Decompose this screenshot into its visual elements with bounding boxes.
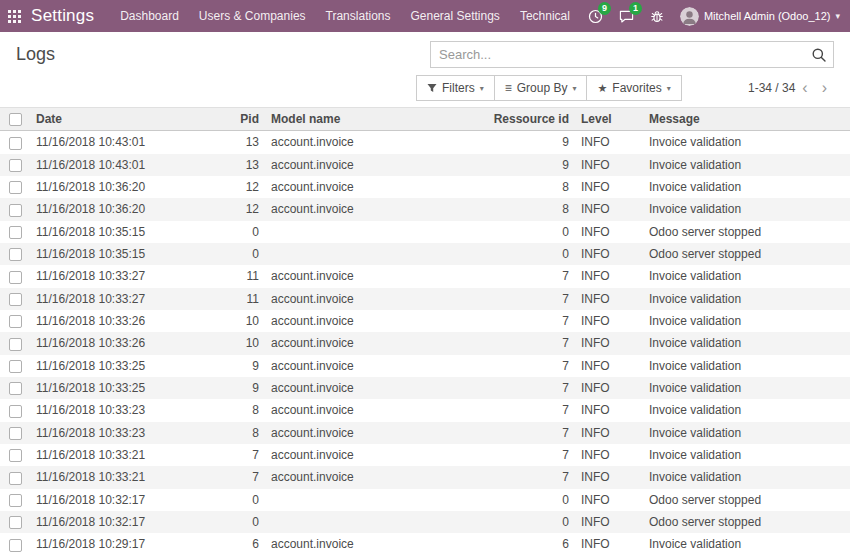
cell-level: INFO: [575, 511, 643, 533]
menu-item-users-companies[interactable]: Users & Companies: [189, 0, 316, 32]
pager-previous-button[interactable]: ‹: [795, 80, 814, 96]
table-row[interactable]: 11/16/2018 10:36:2012account.invoice8INF…: [0, 198, 850, 220]
row-checkbox[interactable]: [9, 181, 22, 194]
cell-message: Invoice validation: [643, 422, 850, 444]
messages-button[interactable]: 1: [611, 0, 642, 32]
cell-message: Invoice validation: [643, 154, 850, 176]
page-title: Logs: [16, 44, 55, 65]
table-row[interactable]: 11/16/2018 10:33:2711account.invoice7INF…: [0, 265, 850, 287]
menu-item-translations[interactable]: Translations: [316, 0, 401, 32]
pager-next-button[interactable]: ›: [815, 80, 834, 96]
cell-date: 11/16/2018 10:33:25: [30, 377, 230, 399]
row-checkbox[interactable]: [9, 137, 22, 150]
menu-item-technical[interactable]: Technical: [510, 0, 580, 32]
cell-message: Invoice validation: [643, 533, 850, 553]
filter-icon: [427, 83, 437, 93]
table-row[interactable]: 11/16/2018 10:33:259account.invoice7INFO…: [0, 355, 850, 377]
table-row[interactable]: 11/16/2018 10:33:238account.invoice7INFO…: [0, 399, 850, 421]
cell-message: Invoice validation: [643, 377, 850, 399]
systray: 9 1: [580, 0, 844, 32]
search-input[interactable]: [430, 41, 834, 68]
cell-message: Invoice validation: [643, 399, 850, 421]
row-checkbox[interactable]: [9, 159, 22, 172]
group-by-button[interactable]: ≡ Group By ▾: [494, 75, 588, 101]
bug-icon: [650, 9, 664, 24]
cell-pid: 8: [230, 399, 265, 421]
cell-level: INFO: [575, 533, 643, 553]
debug-mode-button[interactable]: [642, 0, 672, 32]
row-checkbox[interactable]: [9, 449, 22, 462]
row-checkbox[interactable]: [9, 516, 22, 529]
apps-menu-button[interactable]: [0, 0, 29, 32]
menu-item-dashboard[interactable]: Dashboard: [110, 0, 189, 32]
row-checkbox[interactable]: [9, 271, 22, 284]
cell-date: 11/16/2018 10:43:01: [30, 154, 230, 176]
row-select-cell: [0, 466, 30, 488]
column-header-date[interactable]: Date: [30, 108, 230, 131]
activities-button[interactable]: 9: [580, 0, 611, 32]
row-checkbox[interactable]: [9, 427, 22, 440]
table-row[interactable]: 11/16/2018 10:33:217account.invoice7INFO…: [0, 466, 850, 488]
row-checkbox[interactable]: [9, 293, 22, 306]
table-header-row: DatePidModel nameRessource idLevelMessag…: [0, 108, 850, 131]
cell-model_name: account.invoice: [265, 198, 435, 220]
table-row[interactable]: 11/16/2018 10:35:1500INFOOdoo server sto…: [0, 221, 850, 243]
row-checkbox[interactable]: [9, 494, 22, 507]
table-row[interactable]: 11/16/2018 10:32:1700INFOOdoo server sto…: [0, 511, 850, 533]
cell-model_name: account.invoice: [265, 310, 435, 332]
row-checkbox[interactable]: [9, 226, 22, 239]
table-row[interactable]: 11/16/2018 10:32:1700INFOOdoo server sto…: [0, 489, 850, 511]
column-header-resource_id[interactable]: Ressource id: [435, 108, 575, 131]
row-checkbox[interactable]: [9, 315, 22, 328]
favorites-button[interactable]: ★ Favorites ▾: [586, 75, 681, 101]
cell-model_name: account.invoice: [265, 533, 435, 553]
cell-model_name: account.invoice: [265, 288, 435, 310]
cell-message: Invoice validation: [643, 176, 850, 198]
user-menu[interactable]: Mitchell Admin (Odoo_12) ▾: [672, 7, 844, 26]
cell-model_name: account.invoice: [265, 399, 435, 421]
filters-button[interactable]: Filters ▾: [416, 75, 495, 101]
apps-grid-icon: [8, 10, 21, 23]
cell-pid: 0: [230, 511, 265, 533]
row-checkbox[interactable]: [9, 382, 22, 395]
cell-date: 11/16/2018 10:33:27: [30, 265, 230, 287]
table-row[interactable]: 11/16/2018 10:36:2012account.invoice8INF…: [0, 176, 850, 198]
row-checkbox[interactable]: [9, 338, 22, 351]
cell-date: 11/16/2018 10:32:17: [30, 489, 230, 511]
column-header-pid[interactable]: Pid: [230, 108, 265, 131]
table-row[interactable]: 11/16/2018 10:33:2610account.invoice7INF…: [0, 332, 850, 354]
row-checkbox[interactable]: [9, 204, 22, 217]
table-row[interactable]: 11/16/2018 10:43:0113account.invoice9INF…: [0, 131, 850, 154]
row-checkbox[interactable]: [9, 360, 22, 373]
cell-message: Odoo server stopped: [643, 221, 850, 243]
select-all-header-cell: [0, 108, 30, 131]
app-title[interactable]: Settings: [31, 6, 94, 26]
cell-model_name: account.invoice: [265, 444, 435, 466]
cell-model_name: [265, 243, 435, 265]
table-row[interactable]: 11/16/2018 10:33:238account.invoice7INFO…: [0, 422, 850, 444]
cell-date: 11/16/2018 10:29:17: [30, 533, 230, 553]
column-header-message[interactable]: Message: [643, 108, 850, 131]
table-row[interactable]: 11/16/2018 10:29:176account.invoice6INFO…: [0, 533, 850, 553]
row-select-cell: [0, 489, 30, 511]
row-checkbox[interactable]: [9, 539, 22, 552]
cell-level: INFO: [575, 466, 643, 488]
row-checkbox[interactable]: [9, 405, 22, 418]
table-row[interactable]: 11/16/2018 10:33:217account.invoice7INFO…: [0, 444, 850, 466]
table-row[interactable]: 11/16/2018 10:33:259account.invoice7INFO…: [0, 377, 850, 399]
row-checkbox[interactable]: [9, 472, 22, 485]
cell-message: Invoice validation: [643, 198, 850, 220]
row-checkbox[interactable]: [9, 248, 22, 261]
select-all-checkbox[interactable]: [9, 113, 22, 126]
table-row[interactable]: 11/16/2018 10:43:0113account.invoice9INF…: [0, 154, 850, 176]
table-row[interactable]: 11/16/2018 10:35:1500INFOOdoo server sto…: [0, 243, 850, 265]
table-row[interactable]: 11/16/2018 10:33:2711account.invoice7INF…: [0, 288, 850, 310]
control-panel: Logs Filters ▾: [0, 32, 850, 107]
menu-item-general-settings[interactable]: General Settings: [400, 0, 509, 32]
column-header-model_name[interactable]: Model name: [265, 108, 435, 131]
search-icon[interactable]: [811, 47, 827, 63]
row-select-cell: [0, 221, 30, 243]
filters-button-label: Filters: [442, 81, 475, 95]
table-row[interactable]: 11/16/2018 10:33:2610account.invoice7INF…: [0, 310, 850, 332]
column-header-level[interactable]: Level: [575, 108, 643, 131]
